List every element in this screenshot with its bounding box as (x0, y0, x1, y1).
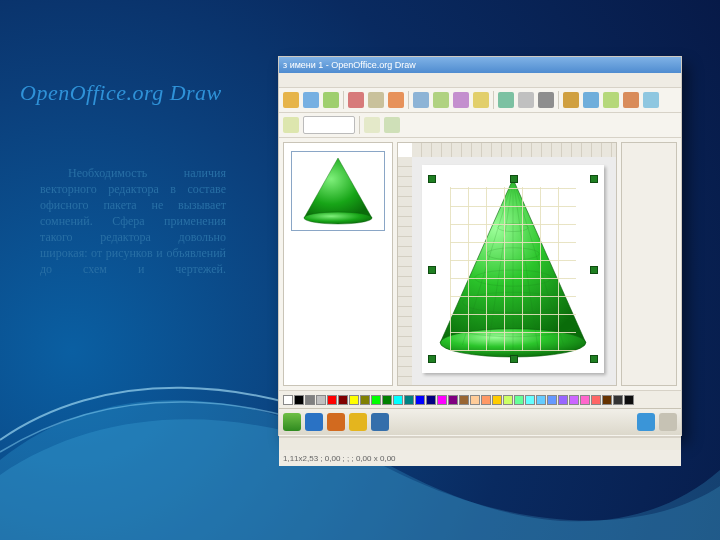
canvas[interactable] (412, 157, 616, 385)
toolbar-separator (558, 91, 559, 109)
app-screenshot: з имени 1 - OpenOffice.org Draw (278, 56, 682, 436)
tray-icon[interactable] (637, 413, 655, 431)
svg-point-1 (304, 212, 372, 224)
slide: OpenOffice.org Draw Необходимость наличи… (0, 0, 720, 540)
page-grid (450, 187, 576, 351)
task-icon[interactable] (327, 413, 345, 431)
navigator-icon[interactable] (603, 92, 619, 108)
color-swatch[interactable] (591, 395, 601, 405)
selection-handle[interactable] (590, 266, 598, 274)
color-swatch[interactable] (393, 395, 403, 405)
selection-handle[interactable] (590, 355, 598, 363)
color-swatch[interactable] (327, 395, 337, 405)
color-swatch[interactable] (470, 395, 480, 405)
canvas-area (397, 142, 617, 386)
selection-handle[interactable] (510, 175, 518, 183)
color-swatch[interactable] (481, 395, 491, 405)
horizontal-scrollbar[interactable] (279, 437, 681, 450)
undo-icon[interactable] (518, 92, 534, 108)
page-thumbnail[interactable] (291, 151, 385, 231)
chart-icon[interactable] (563, 92, 579, 108)
task-icon[interactable] (349, 413, 367, 431)
redo-icon[interactable] (538, 92, 554, 108)
toolbar-separator (493, 91, 494, 109)
open-icon[interactable] (303, 92, 319, 108)
print-icon[interactable] (388, 92, 404, 108)
standard-toolbar (279, 88, 681, 113)
selection-handle[interactable] (428, 355, 436, 363)
toolbar-separator (408, 91, 409, 109)
status-bar: 1,11x2,53 ; 0,00 ; ; ; 0,00 x 0,00 (279, 450, 681, 466)
color-swatch[interactable] (536, 395, 546, 405)
drawing-page[interactable] (422, 165, 604, 373)
cut-icon[interactable] (433, 92, 449, 108)
new-doc-icon[interactable] (283, 92, 299, 108)
vertical-ruler[interactable] (398, 157, 413, 385)
color-swatch[interactable] (316, 395, 326, 405)
svg-marker-0 (304, 158, 372, 218)
color-swatch[interactable] (382, 395, 392, 405)
formatting-toolbar (279, 113, 681, 138)
color-swatch[interactable] (613, 395, 623, 405)
pdf-icon[interactable] (368, 92, 384, 108)
style-box[interactable] (283, 117, 299, 133)
copy-icon[interactable] (453, 92, 469, 108)
paste-icon[interactable] (473, 92, 489, 108)
color-swatch[interactable] (558, 395, 568, 405)
help-icon[interactable] (643, 92, 659, 108)
spellcheck-icon[interactable] (413, 92, 429, 108)
slide-title: OpenOffice.org Draw (20, 80, 222, 106)
color-swatch[interactable] (448, 395, 458, 405)
pages-pane[interactable] (283, 142, 393, 386)
toolbar-separator (359, 116, 360, 134)
color-swatch[interactable] (305, 395, 315, 405)
window-titlebar: з имени 1 - OpenOffice.org Draw (279, 57, 681, 73)
os-taskbar (279, 408, 681, 435)
color-swatch[interactable] (360, 395, 370, 405)
color-swatch[interactable] (503, 395, 513, 405)
color-swatch[interactable] (338, 395, 348, 405)
font-box[interactable] (303, 116, 355, 134)
task-icon[interactable] (305, 413, 323, 431)
selection-handle[interactable] (428, 266, 436, 274)
color-swatch[interactable] (415, 395, 425, 405)
menu-bar[interactable] (279, 73, 681, 88)
selection-handle[interactable] (510, 355, 518, 363)
color-swatch[interactable] (569, 395, 579, 405)
color-swatch[interactable] (349, 395, 359, 405)
work-area (279, 138, 681, 390)
zoom-icon[interactable] (623, 92, 639, 108)
email-icon[interactable] (348, 92, 364, 108)
color-swatch[interactable] (459, 395, 469, 405)
horizontal-ruler[interactable] (412, 143, 616, 158)
color-swatch[interactable] (426, 395, 436, 405)
color-swatch[interactable] (514, 395, 524, 405)
fill-picker[interactable] (384, 117, 400, 133)
color-swatch[interactable] (437, 395, 447, 405)
task-icon[interactable] (371, 413, 389, 431)
selection-handle[interactable] (590, 175, 598, 183)
color-swatch[interactable] (580, 395, 590, 405)
color-swatch[interactable] (492, 395, 502, 405)
tray-icon[interactable] (659, 413, 677, 431)
color-swatch[interactable] (404, 395, 414, 405)
color-swatch[interactable] (371, 395, 381, 405)
color-swatch[interactable] (294, 395, 304, 405)
status-text: 1,11x2,53 ; 0,00 ; ; ; 0,00 x 0,00 (283, 454, 396, 463)
start-icon[interactable] (283, 413, 301, 431)
window-title: з имени 1 - OpenOffice.org Draw (283, 60, 416, 70)
save-icon[interactable] (323, 92, 339, 108)
format-paintbrush-icon[interactable] (498, 92, 514, 108)
toolbar-separator (343, 91, 344, 109)
tasks-pane[interactable] (621, 142, 677, 386)
color-bar (279, 390, 681, 410)
slide-body-text: Необходимость наличия векторного редакто… (40, 165, 226, 277)
color-swatch[interactable] (283, 395, 293, 405)
color-picker[interactable] (364, 117, 380, 133)
selection-handle[interactable] (428, 175, 436, 183)
color-swatch[interactable] (525, 395, 535, 405)
color-swatch[interactable] (624, 395, 634, 405)
color-swatch[interactable] (602, 395, 612, 405)
hyperlink-icon[interactable] (583, 92, 599, 108)
color-swatch[interactable] (547, 395, 557, 405)
